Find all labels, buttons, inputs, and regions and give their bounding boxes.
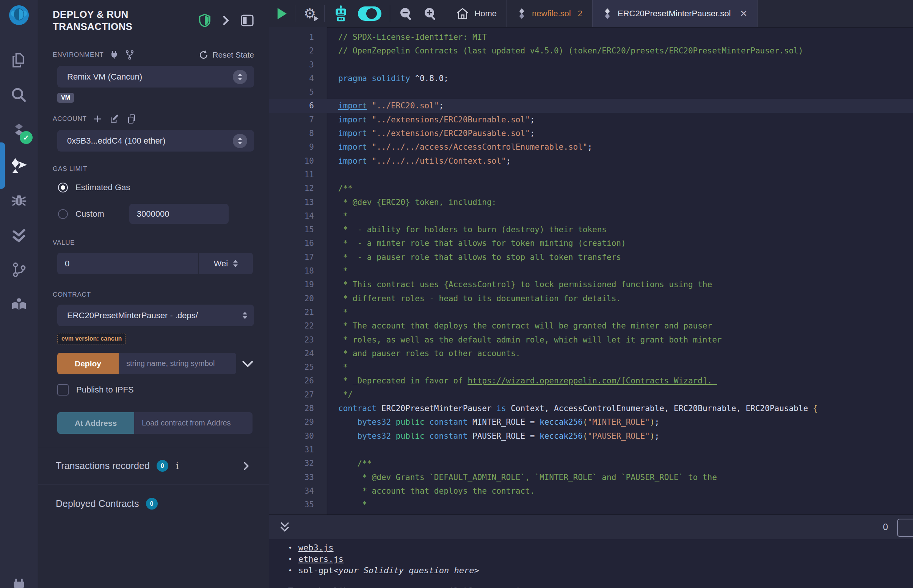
deploy-button[interactable]: Deploy [57,353,119,374]
code-line[interactable]: 33 * @dev Grants `DEFAULT_ADMIN_ROLE`, `… [269,470,913,484]
account-select[interactable]: 0x5B3...eddC4 (100 ether) [57,130,254,152]
run-script-button[interactable] [278,8,287,19]
script-config-icon[interactable]: ⚙ [304,7,316,21]
code-line[interactable]: 21 * [269,305,913,319]
value-input[interactable]: 0 [57,253,198,274]
chevron-right-icon[interactable] [221,15,230,26]
constructor-args-input[interactable]: string name, string symbol [119,353,236,374]
terminal-search-input[interactable] [897,519,913,537]
code-lines: 1// SPDX-License-Identifier: MIT2// Open… [269,27,913,515]
pin-panel-icon[interactable] [240,14,254,27]
bullet-icon: • [288,542,292,554]
publish-ipfs-checkbox[interactable] [57,384,69,396]
code-line[interactable]: 18 * [269,264,913,278]
code-line[interactable]: 34 * account that deploys the contract. [269,484,913,498]
plug-icon[interactable] [110,50,119,60]
code-line[interactable]: 19 * This contract uses {AccessControl} … [269,278,913,291]
code-line[interactable]: 30 bytes32 public constant PAUSER_ROLE =… [269,429,913,443]
copilot-toggle[interactable] [358,6,381,21]
code-line[interactable]: 17 * - a pauser role that allows to stop… [269,250,913,264]
add-account-icon[interactable] [93,115,102,123]
transactions-recorded-row[interactable]: Transactions recorded 0 i [56,460,254,472]
terminal-output: • web3.js • ethers.js • sol-gpt <your So… [269,539,913,588]
tab-home[interactable]: Home [446,8,507,20]
line-number: 33 [269,470,327,484]
sidebar-item-plugin-manager[interactable] [0,577,38,588]
shield-icon[interactable] [199,14,211,27]
sidebar-item-unit-testing[interactable] [0,226,38,244]
at-address-input[interactable]: Load contract from Addres [134,412,253,434]
fork-icon[interactable] [125,50,134,60]
code-line[interactable]: 22 * The account that deploys the contra… [269,319,913,333]
code-line[interactable]: 14 * [269,209,913,223]
expand-constructor-icon[interactable] [241,359,254,368]
code-line[interactable]: 16 * - a minter role that allows for tok… [269,236,913,250]
sidebar-item-learneth[interactable] [0,296,38,314]
code-line[interactable]: 28contract ERC20PresetMinterPauser is Co… [269,402,913,415]
deployed-contracts-label: Deployed Contracts [56,498,139,509]
code-line[interactable]: 13 * @dev {ERC20} token, including: [269,195,913,209]
code-line[interactable]: 31 [269,443,913,457]
code-line[interactable]: 9import "../../../access/AccessControlEn… [269,140,913,154]
sidebar-item-source-control[interactable] [0,262,38,278]
tab-erc20presetminterpauser-sol[interactable]: ERC20PresetMinterPauser.sol ✕ [592,0,758,27]
remix-logo[interactable] [6,4,31,30]
code-line[interactable]: 25 * [269,360,913,374]
line-number: 14 [269,209,327,223]
reset-state-button[interactable]: Reset State [199,50,254,60]
debugger-icon [10,192,28,209]
code-line[interactable]: 35 * [269,498,913,512]
terminal-link-ethers[interactable]: ethers.js [298,554,343,565]
at-address-button[interactable]: At Address [57,412,134,434]
expand-terminal-icon[interactable] [279,520,290,533]
code-line[interactable]: 36 * See {ERC20-constructor}. [269,512,913,515]
code-line[interactable]: 4pragma solidity ^0.8.0; [269,72,913,85]
code-line[interactable]: 23 * roles, as well as the default admin… [269,333,913,347]
sidebar-item-deploy-run[interactable] [0,157,38,174]
copy-icon[interactable] [127,114,136,124]
code-line[interactable]: 6import "../ERC20.sol"; [269,99,913,113]
expand-transactions-icon[interactable] [242,461,250,471]
code-line[interactable]: 8import "../extensions/ERC20Pausable.sol… [269,126,913,140]
code-line[interactable]: 29 bytes32 public constant MINTER_ROLE =… [269,415,913,429]
deployed-contracts-row[interactable]: Deployed Contracts 0 [56,498,254,510]
code-line[interactable]: 15 * - ability for holders to burn (dest… [269,223,913,236]
code-line[interactable]: 2// OpenZeppelin Contracts (last updated… [269,44,913,58]
contract-select[interactable]: ERC20PresetMinterPauser - .deps/ [57,305,254,326]
tab-newfile-sol[interactable]: newfile.sol 2 [507,0,592,27]
code-line[interactable]: 24 * and pauser roles to other accounts. [269,347,913,360]
code-editor[interactable]: 1// SPDX-License-Identifier: MIT2// Open… [269,27,913,515]
zoom-in-icon[interactable] [423,6,438,21]
code-line[interactable]: 27 */ [269,388,913,402]
info-icon[interactable]: i [176,461,179,471]
ai-copilot-robot-icon[interactable] [333,5,349,22]
git-branch-icon [11,262,27,278]
value-unit-select[interactable]: Wei [198,253,253,274]
code-line[interactable]: 10import "../../../utils/Context.sol"; [269,154,913,168]
code-line[interactable]: 11 [269,168,913,181]
line-number: 16 [269,236,327,250]
code-line[interactable]: 20 * different roles - head to its docum… [269,292,913,305]
terminal-header[interactable]: 0 [269,515,913,539]
deploy-run-icon [10,157,28,174]
code-line[interactable]: 1// SPDX-License-Identifier: MIT [269,30,913,44]
code-line[interactable]: 32 /** [269,457,913,470]
sidebar-item-solidity-compiler[interactable]: ✓ [0,121,38,139]
environment-select[interactable]: Remix VM (Cancun) [57,66,254,87]
code-line[interactable]: 12/** [269,181,913,195]
zoom-out-icon[interactable] [398,6,414,21]
code-line[interactable]: 26 * _Deprecated in favor of https://wiz… [269,374,913,388]
line-number: 8 [269,126,327,140]
custom-gas-radio[interactable] [58,209,68,219]
estimated-gas-radio[interactable] [58,183,68,192]
sidebar-item-search[interactable] [0,86,38,104]
code-line[interactable]: 7import "../extensions/ERC20Burnable.sol… [269,113,913,126]
code-line[interactable]: 3 [269,58,913,72]
code-line[interactable]: 5 [269,85,913,99]
sidebar-item-debugger[interactable] [0,192,38,209]
sidebar-item-file-explorer[interactable] [0,52,38,69]
custom-gas-input[interactable]: 3000000 [129,204,228,224]
edit-icon[interactable] [110,114,120,124]
close-tab-icon[interactable]: ✕ [740,8,747,19]
terminal-link-web3[interactable]: web3.js [298,542,333,554]
